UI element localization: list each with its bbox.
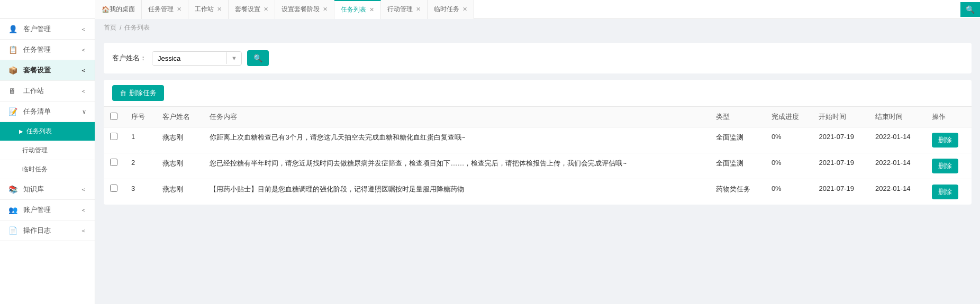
delete-label: 删除任务 <box>129 88 157 98</box>
tab-close-icon[interactable]: ✕ <box>416 6 421 13</box>
col-header-8: 操作 <box>925 107 972 127</box>
row-checkbox-1[interactable] <box>110 159 117 166</box>
select-all-checkbox[interactable] <box>110 113 117 120</box>
breadcrumb-sep: / <box>120 24 121 32</box>
dropdown-arrow-icon[interactable]: ▼ <box>226 52 241 64</box>
tab-close-icon[interactable]: ✕ <box>462 6 467 13</box>
sidebar-item-9[interactable]: 👥账户管理＜ <box>0 200 95 220</box>
col-header-3: 任务内容 <box>203 107 710 127</box>
sidebar-sub-item-5[interactable]: ▶任务列表 <box>0 122 95 141</box>
cell-0-1: 1 <box>125 127 156 153</box>
sidebar-item-1[interactable]: 📋任务管理＜ <box>0 40 95 60</box>
sidebar-icon: 📋 <box>8 45 19 54</box>
sidebar-item-4[interactable]: 📝任务清单∨ <box>0 102 95 122</box>
tab-item-2[interactable]: 工作站✕ <box>188 0 229 19</box>
tab-close-icon[interactable]: ✕ <box>177 6 182 13</box>
tab-close-icon[interactable]: ✕ <box>369 6 374 13</box>
col-header-6: 开始时间 <box>812 107 869 127</box>
task-table-wrap: 序号客户姓名任务内容类型完成进度开始时间结束时间操作 1燕志刚你距离上次血糖检查… <box>104 107 972 205</box>
cell-2-2: 燕志刚 <box>156 179 204 205</box>
sidebar-expand-icon[interactable]: ∨ <box>82 108 86 115</box>
cell-2-6: 2021-07-19 <box>812 179 869 205</box>
delete-icon: 🗑 <box>120 89 126 97</box>
cell-1-6: 2021-07-19 <box>812 153 869 179</box>
cell-0-3: 你距离上次血糖检查已有3个月，请您这几天抽空去完成血糖和糖化血红蛋白复查哦~ <box>203 127 710 153</box>
batch-delete-button[interactable]: 🗑 删除任务 <box>112 85 164 101</box>
tab-label: 任务管理 <box>148 5 174 14</box>
sidebar-expand-icon[interactable]: ＜ <box>80 25 86 33</box>
sidebar-icon: 🖥 <box>8 87 19 95</box>
cell-0-4: 全面监测 <box>710 127 765 153</box>
cell-0-5: 0% <box>765 127 813 153</box>
cell-2-1: 3 <box>125 179 156 205</box>
sidebar-label: 操作日志 <box>23 226 51 235</box>
sidebar-item-8[interactable]: 📚知识库＜ <box>0 179 95 200</box>
table-row: 3燕志刚【用药小贴士】目前是您血糖调理的强化阶段，记得遵照医嘱按时足量服用降糖药… <box>104 179 972 205</box>
tab-item-4[interactable]: 设置套餐阶段✕ <box>275 0 334 19</box>
global-search-button[interactable]: 🔍 <box>960 2 980 17</box>
filter-input-wrap: ▼ <box>152 51 242 66</box>
cell-1-3: 您已经控糖有半年时间，请您近期找时间去做糖尿病并发症筛查，检查项目如下……，检查… <box>203 153 710 179</box>
sidebar-expand-icon[interactable]: ＜ <box>80 87 86 95</box>
tab-item-6[interactable]: 行动管理✕ <box>381 0 428 19</box>
sidebar-expand-icon[interactable]: ＜ <box>80 67 86 75</box>
tab-close-icon[interactable]: ✕ <box>323 6 328 13</box>
col-header-4: 类型 <box>710 107 765 127</box>
tab-close-icon[interactable]: ✕ <box>217 6 222 13</box>
sidebar-sub-label: 行动管理 <box>22 146 48 155</box>
cell-1-1: 2 <box>125 153 156 179</box>
row-delete-button-1[interactable]: 删除 <box>932 159 958 173</box>
sidebar-expand-icon[interactable]: ＜ <box>80 46 86 54</box>
tab-close-icon[interactable]: ✕ <box>264 6 268 13</box>
breadcrumb-home[interactable]: 首页 <box>104 23 116 32</box>
row-delete-button-2[interactable]: 删除 <box>932 185 958 199</box>
tab-label: 设置套餐阶段 <box>282 5 320 14</box>
tab-item-3[interactable]: 套餐设置✕ <box>229 0 275 19</box>
tab-home-icon: 🏠 <box>102 6 110 13</box>
customer-name-input[interactable] <box>152 52 226 65</box>
sidebar-expand-icon[interactable]: ＜ <box>80 186 86 194</box>
sidebar-expand-icon[interactable]: ＜ <box>80 227 86 235</box>
sidebar-expand-icon[interactable]: ＜ <box>80 206 86 214</box>
sidebar-item-0[interactable]: 👤客户管理＜ <box>0 19 95 40</box>
tab-label: 套餐设置 <box>235 5 260 14</box>
col-header-0 <box>104 107 125 127</box>
page-content: 客户姓名： ▼ 🔍 🗑 删除任务 序号客户姓名任务内容类型完成进度开始时间结束时… <box>95 36 980 304</box>
sidebar-icon: 📝 <box>8 107 19 116</box>
row-delete-button-0[interactable]: 删除 <box>932 133 958 148</box>
tab-item-7[interactable]: 临时任务✕ <box>428 0 474 19</box>
sidebar-icon: 📦 <box>8 66 19 75</box>
sidebar-label: 知识库 <box>23 185 44 194</box>
sidebar-label: 客户管理 <box>23 24 51 34</box>
sidebar-item-10[interactable]: 📄操作日志＜ <box>0 220 95 241</box>
tab-item-1[interactable]: 任务管理✕ <box>142 0 188 19</box>
col-header-2: 客户姓名 <box>156 107 204 127</box>
sidebar-item-3[interactable]: 🖥工作站＜ <box>0 81 95 102</box>
sidebar-label: 套餐设置 <box>23 66 51 75</box>
cell-2-7: 2022-01-14 <box>869 179 925 205</box>
cell-2-4: 药物类任务 <box>710 179 765 205</box>
filter-bar: 客户姓名： ▼ 🔍 <box>104 43 972 73</box>
sidebar: 👤客户管理＜📋任务管理＜📦套餐设置＜🖥工作站＜📝任务清单∨▶任务列表行动管理临时… <box>0 19 95 304</box>
content-area: 首页 / 任务列表 客户姓名： ▼ 🔍 🗑 删除任务 <box>95 19 980 304</box>
sidebar-icon: 👥 <box>8 206 19 214</box>
tab-label: 我的桌面 <box>110 5 135 14</box>
cell-1-5: 0% <box>765 153 813 179</box>
tab-label: 行动管理 <box>387 5 413 14</box>
sidebar-sub-item-7[interactable]: 临时任务 <box>0 160 95 179</box>
sidebar-item-2[interactable]: 📦套餐设置＜ <box>0 60 95 81</box>
sidebar-sub-label: 任务列表 <box>26 127 52 136</box>
tab-label: 工作站 <box>195 5 214 14</box>
sidebar-sub-item-6[interactable]: 行动管理 <box>0 141 95 160</box>
row-checkbox-0[interactable] <box>110 133 117 140</box>
cell-2-3: 【用药小贴士】目前是您血糖调理的强化阶段，记得遵照医嘱按时足量服用降糖药物 <box>203 179 710 205</box>
search-button[interactable]: 🔍 <box>247 50 269 66</box>
tab-item-0[interactable]: 🏠我的桌面 <box>95 0 142 19</box>
table-row: 2燕志刚您已经控糖有半年时间，请您近期找时间去做糖尿病并发症筛查，检查项目如下…… <box>104 153 972 179</box>
main-layout: 👤客户管理＜📋任务管理＜📦套餐设置＜🖥工作站＜📝任务清单∨▶任务列表行动管理临时… <box>0 19 980 304</box>
tab-item-5[interactable]: 任务列表✕ <box>334 0 381 19</box>
cell-1-2: 燕志刚 <box>156 153 204 179</box>
filter-label: 客户姓名： <box>112 53 147 63</box>
tab-bar: 🏠我的桌面任务管理✕工作站✕套餐设置✕设置套餐阶段✕任务列表✕行动管理✕临时任务… <box>0 0 980 19</box>
row-checkbox-2[interactable] <box>110 185 117 192</box>
